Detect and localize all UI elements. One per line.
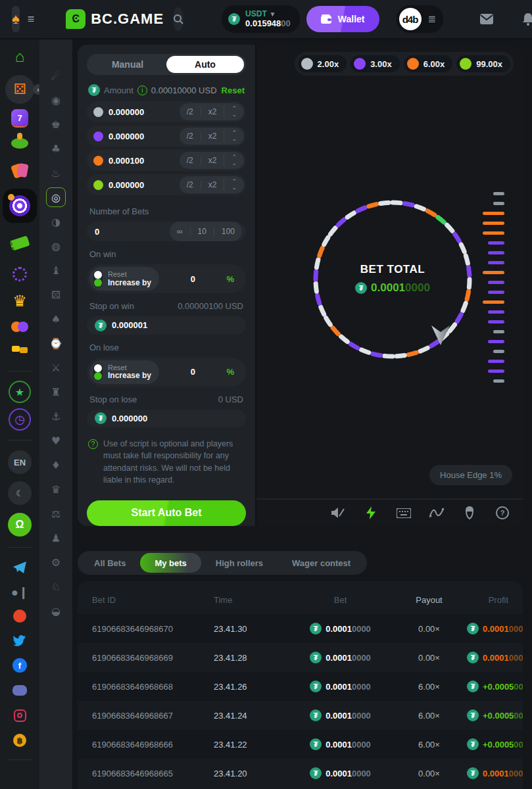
double-button[interactable]: x2: [201, 108, 224, 116]
stepper-down-icon[interactable]: ⌄: [231, 136, 237, 142]
mini-game-ball-icon[interactable]: ◉: [46, 90, 66, 110]
mini-game-rocket-icon[interactable]: ♦: [46, 455, 66, 475]
mini-game-wheel-icon[interactable]: ◎: [46, 187, 66, 207]
multiplier-chip[interactable]: 99.00x: [456, 55, 510, 72]
mini-game-cards-icon[interactable]: ♠: [46, 309, 66, 329]
sidebar-item-recent[interactable]: ◷: [9, 406, 31, 433]
number-of-bets-input[interactable]: 0: [95, 227, 99, 237]
live-stats-icon[interactable]: [429, 506, 444, 520]
mini-game-tower-icon[interactable]: ♜: [46, 382, 66, 402]
table-row[interactable]: 6190668364696866723.41.24₮0.000100006.00…: [78, 701, 523, 730]
messages-button[interactable]: [480, 14, 493, 24]
stop-on-lose-input[interactable]: 0.000000: [112, 414, 147, 423]
bet-amount-input[interactable]: 0.000000: [109, 180, 144, 190]
sidebar-item-lottery[interactable]: [11, 130, 28, 156]
sidebar-item-bonus[interactable]: [11, 226, 29, 260]
sidebar-item-affiliate[interactable]: [11, 339, 29, 364]
mini-game-target-icon[interactable]: ◒: [46, 601, 66, 621]
bet-amount-input[interactable]: 0.000000: [109, 107, 144, 117]
wallet-button[interactable]: Wallet: [306, 6, 379, 32]
bet-amount-input[interactable]: 0.000000: [109, 132, 144, 141]
table-row[interactable]: 6190668364696866623.41.22₮0.000100006.00…: [78, 730, 523, 759]
mini-game-hand-icon[interactable]: ♥: [46, 431, 66, 450]
seeds-icon[interactable]: [462, 506, 477, 520]
mini-game-watch-icon[interactable]: ⌚: [46, 333, 66, 353]
reset-amounts-button[interactable]: Reset: [222, 85, 245, 95]
table-row[interactable]: 6190668364696866823.41.26₮0.000100006.00…: [78, 672, 523, 701]
sidebar-item-quests[interactable]: ★: [9, 378, 31, 406]
hotkeys-icon[interactable]: [397, 506, 411, 520]
social-discord[interactable]: [12, 678, 27, 703]
tab-auto[interactable]: Auto: [166, 56, 244, 73]
sidebar-item-wheel-game-active[interactable]: [3, 185, 37, 226]
on-lose-mode-toggle[interactable]: Reset Increase by: [89, 360, 159, 384]
double-button[interactable]: x2: [201, 181, 224, 189]
on-lose-percent-input[interactable]: 0: [191, 367, 195, 377]
stepper-down-icon[interactable]: ⌄: [231, 185, 237, 191]
mini-game-sword-icon[interactable]: ⚔: [46, 358, 66, 377]
on-win-mode-toggle[interactable]: Reset Increase by: [89, 267, 159, 291]
mini-game-leaf-icon[interactable]: ♣: [46, 139, 66, 158]
sound-icon[interactable]: [331, 506, 345, 520]
sidebar-item-vip[interactable]: ♛: [12, 288, 27, 314]
amount-stepper[interactable]: ⌃⌄: [224, 179, 244, 191]
sidebar-item-bc-ring[interactable]: [12, 260, 27, 288]
start-auto-bet-button[interactable]: Start Auto Bet: [87, 500, 246, 526]
theme-toggle[interactable]: ☾: [8, 477, 32, 509]
table-row[interactable]: 6190668364696866523.41.20₮0.000100000.00…: [78, 759, 523, 788]
mini-game-frame-icon[interactable]: ♘: [46, 577, 66, 596]
sidebar-item-promotions[interactable]: [11, 156, 28, 185]
preset-100-button[interactable]: 100: [214, 227, 242, 235]
sidebar-item-refer[interactable]: [11, 314, 28, 339]
halve-button[interactable]: /2: [180, 132, 201, 140]
profile-menu[interactable]: d4b ≣: [397, 5, 444, 33]
mini-game-pinball-icon[interactable]: ☄: [46, 66, 66, 85]
preset-10-button[interactable]: 10: [190, 227, 214, 235]
language-button[interactable]: EN: [8, 447, 32, 477]
stepper-down-icon[interactable]: ⌄: [231, 160, 237, 166]
table-row[interactable]: 6190668364696866923.41.28₮0.000100000.00…: [78, 643, 523, 672]
infinite-bets-button[interactable]: ∞: [170, 227, 190, 235]
halve-button[interactable]: /2: [180, 156, 201, 164]
amount-stepper[interactable]: ⌃⌄: [224, 130, 244, 142]
social-bitcointalk[interactable]: ฿: [13, 728, 26, 753]
social-facebook[interactable]: f: [12, 653, 27, 678]
info-icon[interactable]: i: [137, 85, 147, 95]
bets-tab-all-bets[interactable]: All Bets: [80, 553, 140, 573]
collapse-menu-icon[interactable]: ≡: [28, 12, 35, 26]
support-button[interactable]: Ω: [8, 509, 32, 540]
mini-game-cards2-icon[interactable]: ⚖: [46, 504, 66, 523]
bets-tab-high-rollers[interactable]: High rollers: [201, 553, 278, 573]
double-button[interactable]: x2: [201, 132, 224, 140]
bets-tab-wager-contest[interactable]: Wager contest: [278, 553, 365, 573]
social-instagram[interactable]: [14, 703, 26, 728]
balance-selector[interactable]: ₮ USDT ▼ 0.01594800: [222, 5, 300, 33]
social-github[interactable]: [13, 604, 26, 628]
on-win-percent-input[interactable]: 0: [191, 274, 195, 284]
help-icon[interactable]: ?: [495, 506, 510, 520]
search-button[interactable]: [173, 7, 183, 31]
halve-button[interactable]: /2: [180, 108, 201, 116]
stop-on-lose-field[interactable]: ₮ 0.000000: [87, 410, 246, 428]
mini-game-ripple-icon[interactable]: ♨: [46, 163, 66, 183]
stop-on-win-field[interactable]: ₮ 0.000001: [87, 316, 246, 335]
social-medium[interactable]: ●❙: [11, 581, 28, 604]
mini-game-ufo-icon[interactable]: ⚓: [46, 406, 66, 426]
mini-game-helmet-icon[interactable]: ♟: [46, 528, 66, 548]
sidebar-item-home[interactable]: ⌂: [15, 39, 25, 74]
social-twitter[interactable]: [13, 628, 26, 653]
stepper-down-icon[interactable]: ⌄: [231, 112, 237, 118]
notifications-button[interactable]: [522, 13, 532, 26]
table-row[interactable]: 6190668364696867023.41.30₮0.000100000.00…: [78, 614, 523, 643]
mini-game-eggs-icon[interactable]: ◑: [46, 212, 66, 231]
tab-manual[interactable]: Manual: [89, 56, 166, 73]
sidebar-item-slots[interactable]: 7: [11, 105, 28, 130]
amount-stepper[interactable]: ⌃⌄: [224, 155, 244, 166]
sidebar-item-casino[interactable]: ⚄›: [5, 74, 34, 105]
bet-amount-input[interactable]: 0.000100: [109, 156, 144, 166]
multiplier-chip[interactable]: 3.00x: [351, 55, 400, 72]
bc-game-logo[interactable]: Ͼ BC.GAME: [66, 9, 164, 29]
turbo-icon[interactable]: [364, 506, 378, 520]
halve-button[interactable]: /2: [180, 181, 201, 189]
multiplier-chip[interactable]: 6.00x: [404, 55, 453, 72]
